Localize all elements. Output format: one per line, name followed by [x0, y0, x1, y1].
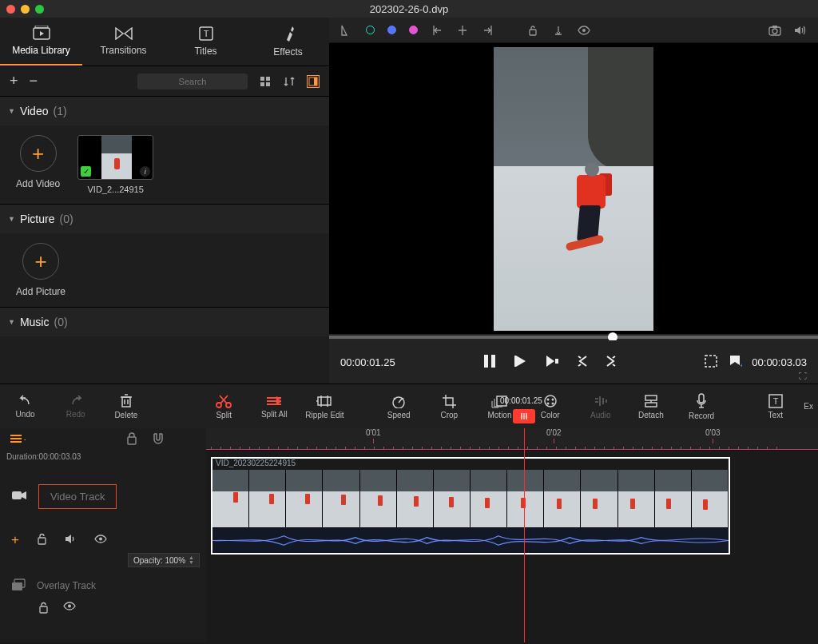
next-frame-button[interactable] — [606, 355, 617, 370]
eye-icon[interactable] — [578, 24, 590, 37]
video-track-header[interactable]: Video Track — [0, 463, 206, 530]
title-bar: 202302-26-0.dvp — [0, 0, 818, 18]
ripple-edit-button[interactable]: Ripple Edit — [300, 384, 350, 428]
add-subtrack-button[interactable]: + — [11, 532, 19, 548]
snap-right-icon[interactable] — [482, 24, 494, 37]
color-marker-magenta[interactable] — [409, 26, 418, 34]
marker-add-icon[interactable]: + — [728, 354, 742, 371]
tab-media-library[interactable]: Media Library — [0, 18, 82, 66]
overlay-unlock-icon[interactable] — [38, 602, 49, 616]
add-picture-button[interactable]: + Add Picture — [16, 243, 66, 297]
music-section-header[interactable]: ▼ Music (0) — [0, 307, 329, 336]
clip-info-icon[interactable]: i — [140, 166, 150, 177]
pause-button[interactable] — [482, 353, 497, 372]
video-track-icon — [11, 490, 27, 503]
split-all-button[interactable]: Split All — [249, 384, 300, 428]
video-clip-lane[interactable]: VID_20230225224915 — [211, 457, 730, 555]
text-button[interactable]: T Text — [750, 384, 800, 428]
speed-button[interactable]: Speed — [374, 384, 424, 428]
playhead-flag[interactable] — [513, 409, 535, 423]
timeline-tracks[interactable]: 0'01 0'02 0'03 VID_20230225224915 00:00:… — [206, 428, 818, 642]
close-window-button[interactable] — [6, 5, 15, 14]
video-section-header[interactable]: ▼ Video (1) — [0, 96, 329, 125]
svg-rect-39 — [12, 491, 22, 499]
track-unlock-icon[interactable] — [37, 533, 47, 547]
svg-rect-21 — [122, 397, 130, 407]
preview-viewport[interactable] — [329, 43, 818, 334]
grid-view-icon[interactable] — [259, 75, 272, 88]
clip-used-badge: ✓ — [81, 166, 91, 177]
timeline-duration: Duration:00:00:03.03 — [0, 451, 206, 463]
snap-center-icon[interactable] — [456, 24, 469, 37]
remove-media-button[interactable]: − — [30, 73, 38, 89]
svg-rect-5 — [266, 77, 270, 81]
add-media-button[interactable]: + — [10, 73, 18, 89]
svg-rect-4 — [260, 77, 264, 81]
crop-button[interactable]: Crop — [424, 384, 475, 428]
record-button[interactable]: Record — [676, 384, 726, 428]
maximize-window-button[interactable] — [35, 5, 44, 14]
magnet-icon[interactable] — [152, 432, 165, 447]
prev-frame-button[interactable] — [577, 355, 588, 370]
lock-tracks-icon[interactable] — [126, 432, 137, 447]
svg-point-28 — [546, 398, 549, 400]
export-button[interactable]: Ex — [800, 384, 818, 428]
overlay-track-header[interactable]: Overlay Track — [0, 570, 206, 602]
add-track-icon[interactable]: + — [10, 433, 26, 447]
preview-frame — [494, 47, 653, 331]
snapshot-icon[interactable] — [768, 24, 781, 37]
unlock-icon[interactable] — [526, 24, 539, 37]
picture-section-header[interactable]: ▼ Picture (0) — [0, 204, 329, 233]
marker-center-icon[interactable] — [552, 24, 565, 37]
playhead-time: 00:00:01.25 — [500, 396, 542, 405]
svg-rect-34 — [699, 394, 704, 403]
search-input[interactable] — [137, 74, 248, 89]
detach-button[interactable]: Detach — [625, 384, 676, 428]
delete-button[interactable]: Delete — [101, 384, 151, 428]
opacity-stepper[interactable]: ▲▼ — [189, 555, 194, 565]
opacity-control[interactable]: Opacity: 100% ▲▼ — [128, 553, 200, 567]
clip-thumbnail-strip — [212, 470, 729, 527]
svg-rect-18 — [555, 359, 558, 364]
play-button[interactable] — [514, 354, 527, 371]
tab-transitions[interactable]: Transitions — [82, 18, 165, 66]
svg-rect-14 — [772, 26, 777, 28]
playhead[interactable]: 00:00:01.25 — [524, 428, 525, 642]
video-clip-item[interactable]: ✓ i VID_2...24915 — [77, 135, 153, 194]
add-video-button[interactable]: + Add Video — [16, 135, 60, 189]
snap-left-icon[interactable] — [431, 24, 443, 37]
svg-rect-44 — [40, 606, 47, 613]
svg-rect-43 — [12, 582, 22, 590]
color-marker-cyan[interactable] — [366, 26, 375, 34]
tab-titles[interactable]: T Titles — [165, 18, 247, 66]
sort-icon[interactable] — [283, 75, 296, 88]
volume-icon[interactable] — [794, 24, 807, 37]
svg-rect-17 — [514, 356, 516, 367]
preview-scrubber[interactable] — [329, 334, 818, 340]
overlay-visibility-icon[interactable] — [63, 602, 76, 616]
video-track-name[interactable]: Video Track — [38, 484, 117, 509]
track-visibility-icon[interactable] — [94, 535, 107, 546]
redo-button[interactable]: Redo — [50, 384, 101, 428]
split-button[interactable]: Split — [199, 384, 249, 428]
chevron-down-icon: ▼ — [8, 215, 15, 223]
svg-point-41 — [99, 538, 102, 541]
tab-effects[interactable]: Effects — [247, 18, 329, 66]
crop-preview-icon[interactable] — [704, 354, 718, 371]
fullscreen-icon[interactable]: ⛶ — [799, 372, 807, 380]
svg-point-11 — [582, 29, 586, 32]
svg-text:+: + — [740, 362, 742, 368]
transform-icon[interactable] — [340, 24, 353, 37]
play-stop-button[interactable] — [545, 354, 559, 371]
svg-point-31 — [551, 402, 554, 404]
clip-thumbnail[interactable]: ✓ i — [77, 135, 153, 180]
undo-button[interactable]: Undo — [0, 384, 50, 428]
audio-button[interactable]: Audio — [575, 384, 625, 428]
timeline-ruler[interactable]: 0'01 0'02 0'03 — [206, 428, 818, 451]
color-marker-blue[interactable] — [387, 26, 396, 34]
audio-waveform — [212, 527, 729, 553]
panel-toggle-icon[interactable] — [307, 75, 320, 88]
track-mute-icon[interactable] — [65, 534, 77, 547]
svg-text:+: + — [24, 435, 26, 444]
minimize-window-button[interactable] — [21, 5, 30, 14]
